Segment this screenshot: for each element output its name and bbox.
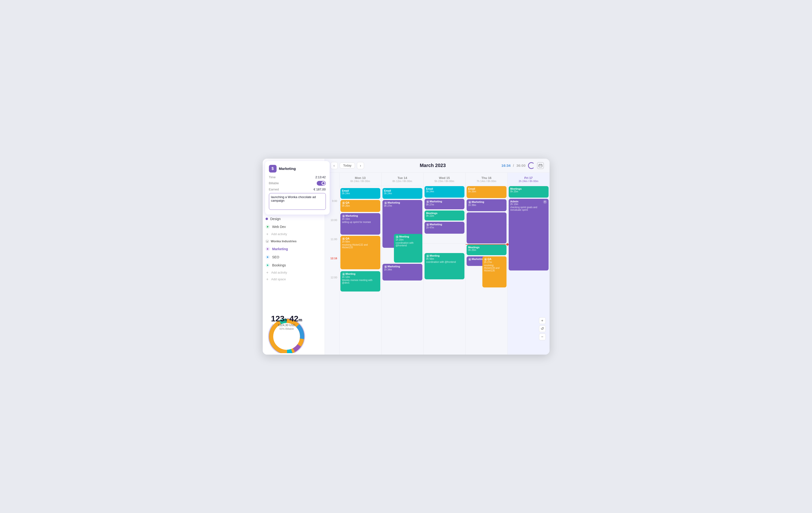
wed-email-title: Email — [426, 187, 463, 190]
mon-marketing-dollar: $ — [342, 215, 345, 218]
nav-next-button[interactable]: › — [357, 162, 364, 169]
wed-marketing2-title: $Marketing — [426, 223, 463, 226]
mon-marketing-title: $Marketing — [342, 214, 379, 218]
thu-meetings-title: Meetings — [468, 246, 505, 249]
mon-qa-event[interactable]: $QA 0h 26m — [340, 200, 380, 212]
svg-marker-4 — [267, 256, 269, 258]
svg-marker-5 — [267, 264, 269, 266]
mon-marketing-event[interactable]: $Marketing 1h 15m setting up sprint for … — [340, 213, 380, 235]
sidebar-item-seo[interactable]: SEO — [263, 253, 325, 261]
mon-email-event[interactable]: Email 0h 24m — [340, 188, 380, 199]
wonka-group: Wonka Industries — [263, 238, 325, 245]
thu-marketing3-dollar: $ — [468, 258, 471, 261]
sidebar-add-space-label: Add space — [271, 277, 286, 281]
mon-meeting-event[interactable]: $Meeting 1h 12m Weekly momee meeting wit… — [340, 271, 380, 292]
time-row: Time 2:13:42 — [269, 175, 326, 179]
thu-marketing-event[interactable]: $Marketing 1h 39m — [467, 199, 506, 211]
tue-marketing-dollar: $ — [384, 202, 387, 205]
mon-meeting-time: 1h 12m — [342, 276, 379, 278]
donut-chart-area: 123h 42m 6324,30 USD 93% Billable — [263, 308, 325, 351]
fri-meetings-title: Meetings — [510, 187, 547, 190]
thu-meetings-event[interactable]: Meetings 0h 25m — [467, 245, 506, 255]
toggle-knob — [321, 181, 325, 185]
mon-qa-title: $QA — [342, 201, 379, 205]
today-button[interactable]: Today — [340, 162, 355, 169]
total-time-display: 36:00 — [516, 163, 525, 168]
mon-email-time: 0h 24m — [342, 192, 379, 195]
calendar-title: March 2023 — [420, 163, 446, 168]
day-col-thu: Thu 16 7h 14m / 8h 00m Email 0h 26m — [465, 173, 508, 355]
sidebar-item-design[interactable]: Design — [263, 215, 325, 223]
zoom-reset-button[interactable]: ↺ — [539, 326, 546, 332]
wed-body: Email 0h 24m $Marketing 0h 27m Meetings … — [424, 186, 465, 282]
mon-qa2-event[interactable]: $QA 1h 56m resolving #ticket132 and #tic… — [340, 236, 380, 269]
fri-meetings-event[interactable]: Meetings 0h 25m — [509, 186, 549, 198]
wed-marketing-event[interactable]: $Marketing 0h 27m — [425, 199, 464, 209]
wed-meetings-event[interactable]: Meetings 0h 22m — [425, 211, 464, 220]
day-col-wed: Wed 15 5h 23m / 8h 00m Email 0h 24m — [423, 173, 465, 355]
tue-marketing-time: 0h 27m — [384, 205, 421, 207]
mon-meeting-dollar: $ — [342, 273, 345, 276]
sidebar-add-activity-2-label: Add activity — [271, 271, 287, 274]
wed-marketing-title: $Marketing — [426, 200, 463, 203]
sidebar-item-webdev[interactable]: Web Dev — [263, 223, 325, 231]
thu-marketing-dollar: $ — [468, 201, 471, 204]
sidebar-item-marketing-label: Marketing — [272, 247, 288, 251]
fri-admin-settings-icon: ⚙ — [543, 200, 547, 204]
m-suffix: m — [298, 318, 302, 322]
wed-marketing2-event[interactable]: $Marketing 1h 47m — [425, 222, 464, 234]
thu-qa-desc: resolving #ticket134 and #ticket135 — [484, 264, 505, 272]
sidebar-add-activity-1[interactable]: + Add activity — [263, 231, 325, 238]
tue-marketing2-dollar: $ — [384, 265, 387, 268]
tue-meeting-desc: coordination with @frontend — [396, 242, 421, 247]
fri-admin-title: Admin — [510, 200, 519, 203]
wed-email-event[interactable]: Email 0h 24m — [425, 186, 464, 198]
tue-marketing2-event[interactable]: $Marketing 1h 34m — [382, 264, 423, 280]
sidebar-add-space[interactable]: + Add space — [263, 276, 325, 283]
thu-marketing-title: $Marketing — [468, 201, 505, 204]
svg-rect-13 — [539, 164, 542, 167]
tue-name: Tue 14 — [398, 176, 407, 180]
fri-admin-event[interactable]: Admin 2h 13m ⚙ checking sprint goals and… — [509, 199, 549, 270]
earned-row: Earned € 187,00 — [269, 187, 326, 191]
wed-meeting-event[interactable]: $Meeting 0h 56m coordination with @front… — [425, 253, 464, 279]
thu-qa-event[interactable]: $QA 2h 27m resolving #ticket134 and #tic… — [482, 256, 506, 288]
sidebar-item-bookings[interactable]: Bookings — [263, 261, 325, 269]
description-input[interactable]: launching a Wonka chocolate ad campaign — [269, 193, 326, 210]
tue-marketing2-title: $Marketing — [384, 265, 421, 268]
thu-hour-line-3 — [466, 243, 508, 244]
day-col-tue: Tue 14 8h 12m / 8h 00m Email 0h 24m — [381, 173, 423, 355]
fri-meetings-time: 0h 25m — [510, 190, 547, 193]
calendar-view-icon[interactable] — [537, 162, 544, 169]
tue-email-event[interactable]: Email 0h 24m — [382, 188, 423, 199]
mon-qa-dollar: $ — [342, 202, 345, 205]
zoom-out-button[interactable]: − — [539, 334, 546, 340]
building-icon — [266, 239, 269, 243]
tue-email-title: Email — [384, 189, 421, 192]
mon-name: Mon 13 — [355, 176, 366, 180]
zoom-in-button[interactable]: + — [539, 317, 546, 324]
donut-usd: 6324,30 USD — [271, 324, 302, 327]
mon-qa2-title: $QA — [342, 237, 379, 240]
design-dot — [266, 218, 268, 220]
thu-email-event[interactable]: Email 0h 26m — [467, 186, 506, 198]
mon-email-title: Email — [342, 189, 379, 192]
mon-qa2-dollar: $ — [342, 237, 345, 240]
thu-marketing2-event[interactable] — [467, 212, 506, 243]
time-dot — [506, 243, 509, 246]
time-label: Time — [269, 175, 276, 179]
mon-qa-time: 0h 26m — [342, 205, 379, 207]
wed-name: Wed 15 — [439, 176, 450, 180]
tue-body: Email 0h 24m $Marketing 0h 27m $Meeting … — [381, 186, 423, 282]
tue-meeting-event[interactable]: $Meeting 1h 20m coordination with @front… — [394, 234, 423, 263]
fri-admin-desc: checking sprint goals and reevaluate spr… — [510, 206, 547, 211]
zoom-controls: + ↺ − — [539, 317, 546, 340]
tue-meeting-time: 1h 20m — [396, 238, 421, 241]
bookings-play-icon — [266, 263, 270, 267]
billable-toggle[interactable] — [317, 181, 326, 186]
thu-hours: 7h 14m / 8h 00m — [476, 180, 496, 183]
sidebar-add-activity-2[interactable]: + Add activity — [263, 269, 325, 276]
sidebar-item-marketing[interactable]: Marketing — [263, 245, 325, 253]
nav-prev-button[interactable]: ‹ — [330, 162, 338, 169]
fri-admin-header: Admin 2h 13m ⚙ — [510, 200, 547, 206]
